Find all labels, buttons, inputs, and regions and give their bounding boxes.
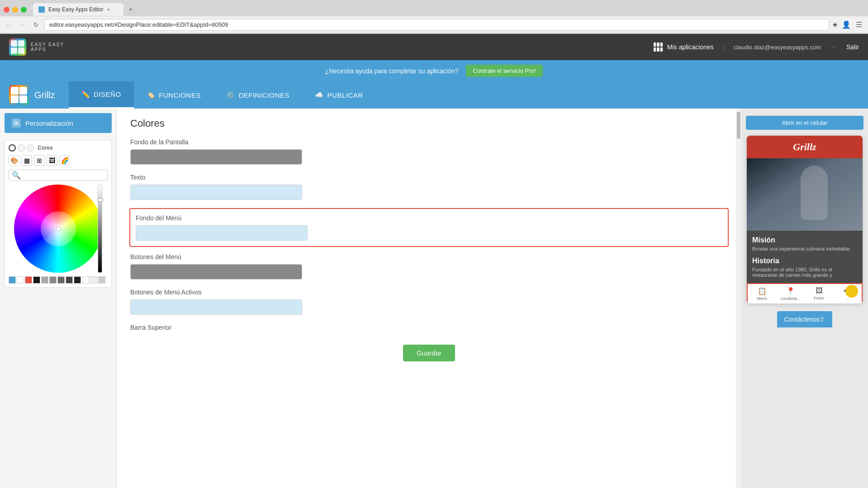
logo-text: EASY EASY APPS: [31, 42, 64, 52]
swatch-darker-gray[interactable]: [57, 276, 65, 284]
scroll-handle[interactable]: [737, 112, 740, 139]
color-tool-image[interactable]: 🖼: [47, 155, 57, 166]
user-icon[interactable]: 👤: [841, 19, 852, 30]
phone-app-name: Grillz: [793, 141, 816, 152]
color-search-row: 🔍: [9, 170, 108, 181]
app-icon-dot: [19, 87, 27, 95]
tab-funciones[interactable]: 🏷️ FUNCIONES: [134, 81, 213, 109]
botones-menu-activos-field: Botones de Menú Activos: [130, 289, 728, 315]
texto-input[interactable]: [130, 185, 302, 200]
logo-dot-4: [18, 47, 24, 54]
url-input[interactable]: [44, 19, 829, 31]
funciones-icon: 🏷️: [147, 91, 156, 99]
cp-tab-circle-3[interactable]: [27, 144, 34, 152]
botones-menu-field: Botones del Menú: [130, 253, 728, 280]
color-tool-wheel[interactable]: 🎨: [9, 155, 19, 166]
personalizacion-button[interactable]: ⊞ Personalización: [5, 113, 112, 133]
cp-tab-circle[interactable]: [9, 144, 16, 152]
grid-dot: [657, 47, 659, 52]
color-tool-palette[interactable]: ▦: [21, 155, 32, 166]
fondo-pantalla-label: Fondo de la Pantalla: [130, 138, 728, 146]
color-tool-gradient[interactable]: 🌈: [59, 155, 70, 166]
swatch-gray[interactable]: [41, 276, 48, 284]
content-area: Colores Fondo de la Pantalla Texto Fondo…: [117, 109, 741, 488]
phone-nav-fotos[interactable]: 🖼 Fotos: [805, 284, 833, 303]
swatch-light[interactable]: [90, 276, 97, 284]
cp-tab-circle-2[interactable]: [18, 144, 25, 152]
color-picker-panel: Cores 🎨 ▦ ⊞ 🖼 🌈 🔍: [5, 140, 112, 288]
color-tool-squares[interactable]: ⊞: [34, 155, 45, 166]
bookmark-button[interactable]: ★: [832, 20, 838, 29]
chef-figure: [801, 166, 828, 220]
botones-menu-activos-input[interactable]: [130, 299, 302, 315]
swatch-blue[interactable]: [9, 276, 16, 284]
forward-button[interactable]: →: [17, 19, 28, 30]
fondo-menu-input[interactable]: [136, 225, 308, 241]
swatch-near-black[interactable]: [74, 276, 81, 284]
swatch-darkest-gray[interactable]: [66, 276, 73, 284]
app-icon-dot: [11, 95, 19, 103]
pro-service-button[interactable]: Contrate el servicio Pro!: [466, 65, 543, 77]
swatch-black[interactable]: [33, 276, 40, 284]
window-minimize-btn[interactable]: [12, 7, 18, 13]
swatch-dark-gray[interactable]: [49, 276, 57, 284]
brightness-slider[interactable]: [98, 185, 102, 273]
guardar-button[interactable]: Guardar: [403, 345, 455, 361]
abrir-celular-button[interactable]: Abrir en el celular: [746, 116, 863, 130]
section-title: Colores: [130, 118, 728, 129]
fondo-pantalla-input[interactable]: [130, 149, 302, 165]
color-search-input[interactable]: [23, 172, 86, 179]
botones-menu-input[interactable]: [130, 264, 302, 280]
phone-nav-menu[interactable]: 📋 Menú: [748, 284, 776, 303]
tab-publicar[interactable]: ☁️ PUBLICAR: [302, 81, 376, 109]
publicar-icon: ☁️: [315, 91, 324, 99]
contactenos-bar[interactable]: Contáctenos ⇧: [777, 311, 833, 327]
phone-nav-more[interactable]: ••• ...: [833, 284, 862, 303]
grid-dot: [660, 43, 663, 47]
menu-nav-label: Menú: [757, 296, 767, 301]
address-bar-row: ← → ↻ ★ 👤 ☰: [0, 16, 868, 33]
grid-dot: [654, 43, 656, 47]
swatch-red[interactable]: [25, 276, 32, 284]
brightness-handle[interactable]: [98, 198, 103, 202]
personalizacion-label: Personalización: [25, 119, 73, 127]
color-picker-label: Cores: [38, 145, 53, 151]
botones-menu-activos-label: Botones de Menú Activos: [130, 289, 728, 296]
scroll-bar[interactable]: [736, 109, 741, 488]
main-content: ⊞ Personalización Cores 🎨 ▦ ⊞ 🖼 🌈 🔍: [0, 109, 868, 488]
tab-close-icon[interactable]: ×: [107, 7, 109, 12]
phone-text-mision: Brindar una experiencia culinaria inolvi…: [752, 246, 857, 251]
yellow-highlight-circle: [845, 285, 858, 298]
swatch-white[interactable]: [17, 276, 24, 284]
tab-definiciones[interactable]: ⚙️ DEFINICIONES: [213, 81, 302, 109]
publicar-label: PUBLICAR: [327, 91, 363, 99]
help-banner: ¿Necesita ayuda para completar su aplica…: [0, 60, 868, 81]
color-wheel-container: [14, 185, 102, 273]
browser-tab[interactable]: Easy Easy Apps Editor ×: [33, 3, 123, 16]
color-swatches: [9, 276, 108, 284]
tab-diseno[interactable]: ✏️ DISEÑO: [69, 81, 134, 109]
user-email: claudio.diaz@easyeasyapps.com: [734, 44, 821, 51]
phone-nav-localizar[interactable]: 📍 Localizar...: [776, 284, 805, 303]
contactenos-label: Contáctenos: [784, 316, 820, 323]
back-button[interactable]: ←: [4, 19, 14, 30]
window-maximize-btn[interactable]: [21, 7, 27, 13]
logout-button[interactable]: Salir: [846, 43, 859, 51]
app-name-label: Grillz: [34, 90, 55, 100]
definiciones-icon: ⚙️: [226, 91, 235, 99]
barra-superior-label: Barra Superior: [130, 324, 728, 331]
new-tab-button[interactable]: +: [125, 4, 136, 15]
swatch-white-2[interactable]: [82, 276, 89, 284]
botones-menu-label: Botones del Menú: [130, 253, 728, 261]
menu-icon[interactable]: ☰: [854, 19, 864, 30]
color-wheel[interactable]: [14, 185, 102, 273]
window-close-btn[interactable]: [4, 7, 9, 13]
app-icon-dot: [11, 87, 19, 95]
sidebar: ⊞ Personalización Cores 🎨 ▦ ⊞ 🖼 🌈 🔍: [0, 109, 117, 488]
swatch-light-gray[interactable]: [98, 276, 105, 284]
mis-aplicaciones-link[interactable]: Mis aplicaciones: [654, 43, 714, 52]
phone-preview: Grillz Misión Brindar una experiencia cu…: [746, 135, 863, 304]
app-icon: [9, 85, 29, 105]
refresh-button[interactable]: ↻: [31, 19, 42, 30]
menu-nav-icon: 📋: [758, 287, 767, 295]
